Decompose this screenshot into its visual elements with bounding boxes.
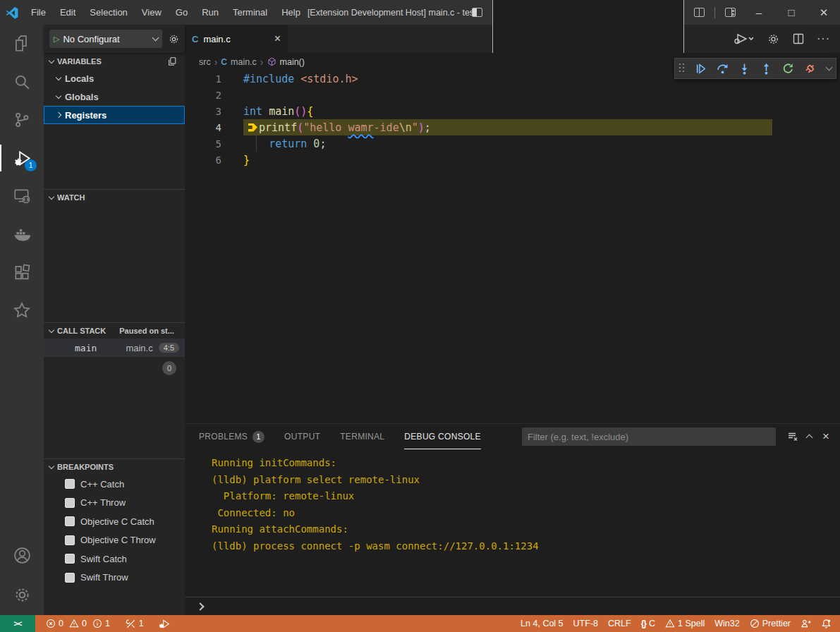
code-editor[interactable]: src › C main.c › main() 1 #include <stdi… (185, 53, 840, 423)
breakpoint-objc-throw[interactable]: Objective C Throw (44, 531, 185, 550)
breakpoint-swift-throw[interactable]: Swift Throw (44, 569, 185, 588)
breakpoint-cpp-catch[interactable]: C++ Catch (44, 475, 185, 494)
menu-file[interactable]: File (24, 0, 53, 25)
formatter-status[interactable]: Prettier (745, 615, 796, 632)
menu-run[interactable]: Run (195, 0, 226, 25)
stack-frame-row[interactable]: main main.c 4:5 (44, 339, 185, 357)
maximize-button[interactable]: □ (775, 0, 808, 25)
tools-status[interactable]: 1 (121, 615, 149, 632)
code-lines[interactable]: 1 #include <stdio.h> 2 3 int main(){ 4 (185, 71, 840, 168)
call-stack-section-header[interactable]: CALL STACK Paused on st... (44, 322, 185, 339)
close-panel-icon[interactable]: × (819, 430, 833, 444)
code-line-4-current[interactable]: 4 printf("hello wamr-ide\n"); (185, 119, 840, 135)
remote-explorer-icon[interactable] (0, 177, 44, 215)
disconnect-button[interactable] (804, 62, 817, 75)
variables-scope-globals[interactable]: Globals (44, 87, 185, 106)
checkbox-unchecked[interactable] (65, 554, 75, 564)
minimize-button[interactable]: – (743, 0, 775, 25)
toggle-secondary-sidebar-icon[interactable] (694, 8, 705, 17)
close-button[interactable]: ✕ (808, 0, 840, 25)
breadcrumb-folder[interactable]: src (199, 57, 211, 67)
toggle-sidebar-icon[interactable] (472, 8, 482, 17)
more-actions-icon[interactable]: ··· (817, 32, 830, 45)
problems-status[interactable]: 0 0 1 (41, 615, 115, 632)
continue-button[interactable] (695, 63, 707, 75)
menu-selection[interactable]: Selection (83, 0, 134, 25)
tab-main-c[interactable]: C main.c × (185, 25, 288, 53)
tab-output[interactable]: OUTPUT (284, 424, 320, 449)
cursor-position[interactable]: Ln 4, Col 5 (516, 615, 568, 632)
remote-indicator[interactable]: >< (0, 615, 35, 632)
breakpoints-section-header[interactable]: BREAKPOINTS (44, 458, 185, 475)
menu-terminal[interactable]: Terminal (226, 0, 274, 25)
watch-section-header[interactable]: WATCH (44, 189, 185, 205)
checkbox-unchecked[interactable] (65, 535, 75, 545)
variables-scope-locals[interactable]: Locals (44, 69, 185, 87)
drag-handle-icon[interactable] (679, 63, 685, 73)
notifications-bell-icon[interactable] (816, 615, 840, 632)
search-icon[interactable] (0, 63, 44, 101)
menu-view[interactable]: View (135, 0, 169, 25)
variables-section-header[interactable]: VARIABLES (44, 53, 185, 69)
copy-value-icon[interactable] (165, 54, 179, 68)
spell-checker-status[interactable]: 1 Spell (660, 615, 710, 632)
extensions-icon[interactable] (0, 253, 44, 291)
restart-button[interactable] (782, 63, 794, 75)
tab-problems[interactable]: PROBLEMS 1 (199, 424, 264, 449)
step-over-button[interactable] (717, 63, 729, 75)
tab-terminal[interactable]: TERMINAL (340, 424, 384, 449)
encoding-indicator[interactable]: UTF-8 (568, 615, 603, 632)
step-out-button[interactable] (760, 63, 772, 75)
debug-toolbar (674, 58, 836, 79)
breadcrumb-symbol[interactable]: main() (280, 57, 305, 67)
favorites-star-icon[interactable] (0, 291, 44, 329)
breakpoint-objc-catch[interactable]: Objective C Catch (44, 512, 185, 531)
code-line-6[interactable]: 6 } (185, 152, 840, 168)
status-bar: >< 0 0 1 1 Ln 4, Col 5 UTF-8 CRLF {} C 1… (0, 615, 840, 632)
checkbox-unchecked[interactable] (65, 516, 75, 526)
breakpoint-label: Objective C Throw (80, 535, 156, 545)
checkbox-unchecked[interactable] (65, 573, 75, 583)
configure-gear-icon[interactable] (766, 32, 780, 46)
checkbox-unchecked[interactable] (65, 479, 75, 489)
checkbox-unchecked[interactable] (65, 498, 75, 508)
close-tab-icon[interactable]: × (274, 33, 281, 44)
docker-icon[interactable] (0, 215, 44, 253)
split-editor-icon[interactable] (791, 32, 805, 46)
feedback-person-icon[interactable] (796, 615, 816, 632)
run-and-debug-icon[interactable]: 1 (0, 139, 44, 177)
debug-status-icon[interactable] (153, 615, 175, 632)
run-or-debug-icon[interactable] (731, 32, 755, 46)
filter-input[interactable] (522, 432, 776, 442)
breadcrumb-file[interactable]: main.c (231, 57, 257, 67)
settings-gear-icon[interactable] (0, 574, 44, 615)
chevron-right-icon: › (260, 56, 264, 68)
debug-settings-gear-icon[interactable] (166, 32, 181, 46)
tab-debug-console[interactable]: DEBUG CONSOLE (404, 424, 481, 449)
maximize-panel-icon[interactable] (806, 435, 813, 442)
platform-target[interactable]: Win32 (710, 615, 744, 632)
account-icon[interactable] (0, 536, 44, 574)
source-control-icon[interactable] (0, 101, 44, 139)
clear-console-icon[interactable] (786, 430, 800, 444)
menu-help[interactable]: Help (274, 0, 308, 25)
breakpoint-cpp-throw[interactable]: C++ Throw (44, 494, 185, 513)
code-line-3[interactable]: 3 int main(){ (185, 103, 840, 119)
menu-edit[interactable]: Edit (53, 0, 83, 25)
customize-layout-icon[interactable] (725, 8, 736, 17)
breakpoint-swift-catch[interactable]: Swift Catch (44, 549, 185, 569)
chevron-down-icon[interactable] (826, 64, 833, 71)
debug-console-output[interactable]: Running initCommands:(lldb) platform sel… (185, 449, 840, 597)
debug-console-input[interactable] (185, 597, 840, 615)
code-line-2[interactable]: 2 (185, 87, 840, 103)
step-into-button[interactable] (738, 63, 750, 75)
explorer-icon[interactable] (0, 25, 44, 63)
variables-scope-registers[interactable]: Registers (44, 106, 185, 124)
launch-configuration-dropdown[interactable]: ▷ No Configurat (49, 30, 162, 48)
menu-go[interactable]: Go (169, 0, 195, 25)
language-mode[interactable]: {} C (636, 615, 660, 632)
eol-indicator[interactable]: CRLF (603, 615, 636, 632)
warning-icon (665, 619, 675, 628)
breakpoint-label: Swift Catch (80, 554, 127, 564)
code-line-5[interactable]: 5 return 0; (185, 135, 840, 152)
